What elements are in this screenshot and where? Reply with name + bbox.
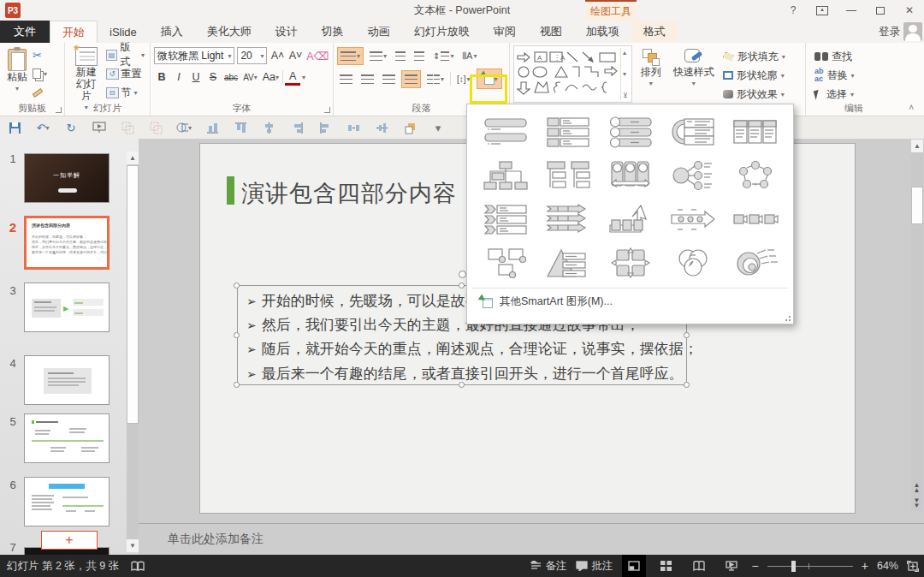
find-button[interactable]: 查找 xyxy=(814,48,898,65)
quick-styles-button[interactable]: 快速样式▾ xyxy=(670,45,718,103)
smartart-layout-arrow-ribbon-process-icon[interactable] xyxy=(536,197,599,241)
smartart-layout-vertical-chevron-list-icon[interactable] xyxy=(474,197,536,241)
clear-formatting-button[interactable]: A⌫ xyxy=(306,47,329,64)
tab-file[interactable]: 文件 xyxy=(0,21,50,43)
tab-view[interactable]: 视图 xyxy=(528,21,574,43)
undo-button[interactable]: ↶▾ xyxy=(35,120,50,135)
font-color-button[interactable]: A xyxy=(285,68,300,86)
resize-handle-bottom-right[interactable] xyxy=(684,382,690,388)
smartart-layout-nested-target-icon[interactable] xyxy=(724,241,786,284)
add-slide-button[interactable]: + xyxy=(41,531,98,550)
redo-button[interactable]: ↻ xyxy=(63,120,79,135)
change-case-button[interactable]: Aa▾ xyxy=(261,68,281,86)
main-scrollbar[interactable]: ▲ xyxy=(911,140,923,511)
tab-animations[interactable]: 动画 xyxy=(356,21,402,43)
align-center-button[interactable] xyxy=(261,120,276,135)
tab-addins[interactable]: 加载项 xyxy=(574,21,631,43)
distribute-horizontal-button[interactable] xyxy=(346,120,361,135)
text-shadow-button[interactable]: abc xyxy=(222,68,240,86)
increase-font-size-button[interactable]: A˄ xyxy=(270,47,285,64)
slide-thumbnail-2-selected[interactable]: 演讲包含四部分内容 开始的时候，先暖场，可以是故事， 然后，我们要引出今天的主题… xyxy=(24,216,110,270)
format-painter-button[interactable] xyxy=(31,83,49,102)
rotate-handle[interactable] xyxy=(459,271,466,278)
tab-design[interactable]: 设计 xyxy=(264,21,310,43)
shapes-more-button[interactable]: ⊻ xyxy=(623,92,628,99)
character-spacing-button[interactable]: AV▾ xyxy=(241,68,259,86)
font-size-combobox[interactable]: 20▾ xyxy=(237,47,267,64)
main-scroll-up[interactable]: ▲ xyxy=(911,140,923,152)
copy-button[interactable]: ▾ xyxy=(31,64,49,83)
minimize-button[interactable]: — xyxy=(840,2,862,19)
resize-handle-bottom-center[interactable] xyxy=(459,382,465,388)
align-right-button[interactable] xyxy=(289,120,305,135)
smartart-layout-diverging-matrix-icon[interactable] xyxy=(599,241,661,284)
qat-overflow-button[interactable]: ▾ xyxy=(430,120,446,135)
spell-check-icon[interactable] xyxy=(131,561,145,572)
tab-review[interactable]: 审阅 xyxy=(482,21,528,43)
zoom-slider-thumb[interactable] xyxy=(791,561,796,572)
resize-handle-top-center[interactable] xyxy=(459,283,465,288)
help-button[interactable]: ? xyxy=(782,2,804,19)
slide-thumbnail-6[interactable] xyxy=(24,477,110,526)
slide-thumbnail-5[interactable] xyxy=(24,413,110,463)
font-dialog-launcher[interactable] xyxy=(324,107,330,113)
smartart-layout-alternating-process-icon[interactable] xyxy=(599,153,661,197)
notes-toggle-button[interactable]: 备注 xyxy=(530,559,567,574)
font-color-dropdown[interactable]: ▾ xyxy=(302,74,305,81)
replace-button[interactable]: abac替换▾ xyxy=(814,67,898,84)
clipboard-dialog-launcher[interactable] xyxy=(56,107,62,113)
strikethrough-button[interactable]: S xyxy=(205,68,221,86)
merge-shapes-button[interactable]: ▾ xyxy=(176,120,192,135)
section-button[interactable]: ⊟节▾ xyxy=(104,83,146,102)
shape-fill-button[interactable]: 形状填充▾ xyxy=(723,48,785,65)
smartart-layout-lined-list-icon[interactable] xyxy=(661,110,724,153)
decrease-indent-button[interactable] xyxy=(393,47,408,65)
slide-thumbnail-4[interactable] xyxy=(24,355,110,405)
decrease-font-size-button[interactable]: A˅ xyxy=(288,47,304,64)
zoom-out-button[interactable]: − xyxy=(752,559,759,573)
ribbon-display-options-button[interactable]: ▴ xyxy=(811,2,833,19)
zoom-in-button[interactable]: + xyxy=(862,559,868,573)
start-slideshow-button[interactable] xyxy=(92,120,107,135)
comments-toggle-button[interactable]: 批注 xyxy=(576,559,613,574)
zoom-slider[interactable] xyxy=(767,566,853,567)
user-avatar[interactable] xyxy=(903,22,922,41)
align-middle-button[interactable] xyxy=(374,120,389,135)
smartart-layout-vertical-picture-accent-list-icon[interactable] xyxy=(599,110,661,153)
shapes-scroll-down[interactable]: ▾ xyxy=(623,70,628,78)
close-button[interactable]: ✕ xyxy=(898,2,921,19)
align-bottom-button[interactable] xyxy=(204,120,220,135)
slide-thumbnail-1[interactable]: 一知半解 xyxy=(24,153,110,203)
notes-pane[interactable]: 单击此处添加备注 xyxy=(139,523,924,555)
numbering-button[interactable]: ▾ xyxy=(367,47,389,65)
smartart-layout-hierarchy-list-icon[interactable] xyxy=(536,153,599,197)
collapse-ribbon-button[interactable]: ˄ xyxy=(909,103,914,112)
smartart-layout-tabbed-grid-list-icon[interactable] xyxy=(724,110,786,153)
text-direction-button[interactable]: ⫴A▾ xyxy=(459,47,479,65)
main-scrollbar-thumb[interactable] xyxy=(911,187,923,224)
dropdown-resize-grip[interactable] xyxy=(785,315,791,322)
smartart-layout-pyramid-list-icon[interactable] xyxy=(536,241,599,284)
next-slide-button[interactable]: ▼▼ xyxy=(911,498,922,509)
align-right-button[interactable] xyxy=(380,70,398,88)
align-top-button[interactable] xyxy=(233,120,248,135)
convert-to-smartart-button[interactable]: ▾ xyxy=(477,68,502,89)
columns-button[interactable]: ▾ xyxy=(424,70,447,88)
sign-in-link[interactable]: 登录 xyxy=(879,21,900,43)
align-left-button[interactable] xyxy=(337,70,355,88)
shapes-scroll-up[interactable]: ▴ xyxy=(623,49,628,57)
bold-button[interactable]: B xyxy=(154,68,169,86)
justify-button[interactable] xyxy=(401,70,421,88)
cut-button[interactable]: ✂ xyxy=(31,45,49,64)
smartart-layout-radial-list-icon[interactable] xyxy=(661,153,724,197)
slide-thumbnail-3[interactable]: ▶ xyxy=(24,283,110,332)
shape-outline-button[interactable]: 形状轮廓▾ xyxy=(723,67,785,84)
smartart-layout-basic-venn-icon[interactable] xyxy=(661,241,724,284)
select-button[interactable]: 选择▾ xyxy=(814,86,898,103)
bullets-button[interactable]: ▾ xyxy=(337,47,364,65)
thumbnail-scroll-up[interactable]: ▲ xyxy=(127,152,139,164)
font-name-combobox[interactable]: 微软雅黑 Light▾ xyxy=(154,47,234,64)
slide-counter[interactable]: 幻灯片 第 2 张，共 9 张 xyxy=(7,559,119,574)
slide-sorter-view-button[interactable] xyxy=(654,555,678,577)
tab-home[interactable]: 开始 xyxy=(50,21,98,43)
